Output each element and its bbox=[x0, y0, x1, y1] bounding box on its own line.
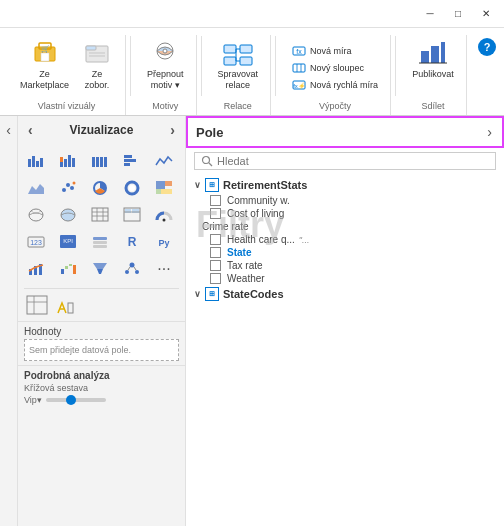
viz-icon-bar[interactable] bbox=[22, 148, 50, 174]
table-name-retirement: RetirementStats bbox=[223, 179, 307, 191]
viz-icon-py[interactable]: Py bbox=[150, 229, 178, 255]
vip-row: Vip▾ bbox=[24, 395, 179, 405]
viz-icon-100bar[interactable] bbox=[86, 148, 114, 174]
viz-icon-combo[interactable] bbox=[22, 256, 50, 282]
list-item[interactable]: Tax rate bbox=[186, 259, 504, 272]
svg-text:123: 123 bbox=[30, 239, 42, 246]
svg-rect-72 bbox=[93, 241, 107, 244]
viz-icon-slicer[interactable] bbox=[86, 229, 114, 255]
svg-rect-2 bbox=[41, 53, 49, 61]
prepnout-motiv-label: Přepnoutmotiv ▾ bbox=[147, 69, 184, 91]
viz-icon-matrix[interactable] bbox=[118, 202, 146, 228]
maximize-button[interactable]: □ bbox=[444, 0, 472, 28]
viz-icon-more[interactable]: ··· bbox=[150, 256, 178, 282]
svg-marker-43 bbox=[28, 184, 44, 194]
viz-icon-treemap[interactable] bbox=[150, 175, 178, 201]
viz-icon-decomp[interactable] bbox=[118, 256, 146, 282]
field-crimerate: Crime rate bbox=[202, 221, 249, 232]
fields-table-header-retirement[interactable]: ∨ ⊞ RetirementStats bbox=[186, 176, 504, 194]
svg-rect-25 bbox=[431, 46, 439, 63]
minimize-button[interactable]: ─ bbox=[416, 0, 444, 28]
viz-icon-kpi[interactable]: KPI bbox=[54, 229, 82, 255]
viz-icon-pie[interactable] bbox=[86, 175, 114, 201]
checkbox-weather[interactable] bbox=[210, 273, 221, 284]
svg-rect-71 bbox=[93, 237, 107, 240]
svg-rect-57 bbox=[92, 208, 108, 221]
marketplace-icon: 🛒 bbox=[29, 37, 61, 69]
fields-header: Pole › bbox=[186, 116, 504, 148]
viz-tool-format[interactable] bbox=[54, 295, 76, 317]
viz-next-arrow[interactable]: › bbox=[168, 120, 177, 140]
viz-icon-card[interactable]: 123 bbox=[22, 229, 50, 255]
checkbox-taxrate[interactable] bbox=[210, 260, 221, 271]
nova-rychla-mira-button[interactable]: fx⚡ Nová rychlá míra bbox=[288, 77, 382, 93]
svg-rect-33 bbox=[64, 159, 67, 167]
nova-mira-button[interactable]: fx Nová míra bbox=[288, 43, 382, 59]
viz-tool-table[interactable] bbox=[26, 295, 48, 317]
left-collapse-button[interactable]: ‹ bbox=[4, 120, 13, 140]
list-item[interactable]: Health care q... "... bbox=[186, 233, 504, 246]
viz-bottom-tools bbox=[18, 291, 185, 321]
viz-icon-waterfall[interactable] bbox=[54, 256, 82, 282]
vip-slider[interactable] bbox=[46, 398, 106, 402]
viz-icon-scatter[interactable] bbox=[54, 175, 82, 201]
close-button[interactable]: ✕ bbox=[472, 0, 500, 28]
hodnoty-drop-area[interactable]: Sem přidejte datová pole. bbox=[24, 339, 179, 361]
viz-icon-line[interactable] bbox=[150, 148, 178, 174]
svg-text:fx: fx bbox=[296, 48, 302, 55]
podrobna-title: Podrobná analýza bbox=[24, 370, 179, 381]
viz-icon-stacked-bar[interactable] bbox=[54, 148, 82, 174]
checkbox-healthcare[interactable] bbox=[210, 234, 221, 245]
viz-prev-arrow[interactable]: ‹ bbox=[26, 120, 35, 140]
ze-marketplace-button[interactable]: 🛒 ZeMarketplace bbox=[16, 35, 73, 93]
list-item[interactable]: Community w. bbox=[186, 194, 504, 207]
viz-icon-funnel[interactable] bbox=[86, 256, 114, 282]
svg-rect-35 bbox=[72, 158, 75, 167]
relace-title: Relace bbox=[224, 101, 252, 113]
viz-icon-area[interactable] bbox=[22, 175, 50, 201]
list-item[interactable]: State bbox=[186, 246, 504, 259]
svg-point-86 bbox=[125, 270, 129, 274]
checkbox-costliving[interactable] bbox=[210, 208, 221, 219]
vypocty-title: Výpočty bbox=[319, 101, 351, 113]
svg-rect-28 bbox=[32, 156, 35, 167]
svg-point-66 bbox=[163, 219, 166, 222]
svg-rect-32 bbox=[60, 157, 63, 162]
publikovat-button[interactable]: Publikovat bbox=[408, 35, 458, 81]
spravovat-relace-button[interactable]: Spravovatrelace bbox=[214, 35, 263, 93]
viz-icon-hbar[interactable] bbox=[118, 148, 146, 174]
viz-icon-filled-map[interactable] bbox=[54, 202, 82, 228]
checkbox-community[interactable] bbox=[210, 195, 221, 206]
ribbon-sep-4 bbox=[395, 36, 396, 96]
viz-icon-table[interactable] bbox=[86, 202, 114, 228]
viz-icon-r[interactable]: R bbox=[118, 229, 146, 255]
checkbox-state[interactable] bbox=[210, 247, 221, 258]
svg-point-9 bbox=[163, 49, 167, 53]
field-costliving: Cost of living bbox=[227, 208, 284, 219]
field-community: Community w. bbox=[227, 195, 290, 206]
viz-icon-gauge[interactable] bbox=[150, 202, 178, 228]
viz-icon-donut[interactable] bbox=[118, 175, 146, 201]
viz-panel-header: ‹ Vizualizace › bbox=[18, 116, 185, 144]
svg-rect-10 bbox=[224, 45, 236, 53]
novy-sloupec-button[interactable]: Nový sloupec bbox=[288, 60, 382, 76]
ribbon-group-vypocty: fx Nová míra Nový sloupec fx⚡ Nová rychl… bbox=[280, 35, 391, 115]
ze-zobor-button[interactable]: Zezobor. bbox=[77, 35, 117, 93]
svg-marker-84 bbox=[97, 269, 103, 274]
svg-rect-41 bbox=[124, 159, 136, 162]
fields-next-arrow[interactable]: › bbox=[485, 122, 494, 142]
svg-rect-38 bbox=[100, 157, 103, 167]
help-button[interactable]: ? bbox=[478, 38, 496, 56]
viz-icons-grid: 123 KPI R Py ··· bbox=[18, 144, 185, 286]
svg-rect-5 bbox=[86, 46, 96, 50]
viz-icon-map[interactable] bbox=[22, 202, 50, 228]
fields-table-header-statecodes[interactable]: ∨ ⊞ StateCodes bbox=[186, 285, 504, 303]
list-item[interactable]: Weather bbox=[186, 272, 504, 285]
svg-rect-13 bbox=[240, 57, 252, 65]
fields-search-box[interactable] bbox=[194, 152, 496, 170]
table-icon-statecodes: ⊞ bbox=[205, 287, 219, 301]
fields-search-input[interactable] bbox=[217, 155, 489, 167]
prepnout-motiv-button[interactable]: Přepnoutmotiv ▾ bbox=[143, 35, 188, 93]
viz-panel: ‹ Vizualizace › 123 KPI bbox=[18, 116, 186, 526]
list-item[interactable]: Cost of living bbox=[186, 207, 504, 220]
